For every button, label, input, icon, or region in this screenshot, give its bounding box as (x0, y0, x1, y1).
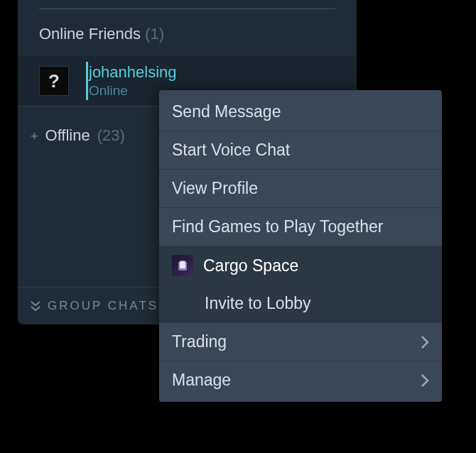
game-icon (172, 255, 193, 276)
group-chats-label: GROUP CHATS (48, 299, 158, 313)
game-name: Cargo Space (203, 256, 298, 275)
avatar-placeholder: ? (48, 70, 60, 92)
menu-send-message[interactable]: Send Message (159, 93, 442, 131)
menu-find-games[interactable]: Find Games to Play Together (159, 208, 442, 246)
menu-trading[interactable]: Trading (159, 323, 442, 361)
menu-label: Find Games to Play Together (172, 217, 383, 236)
avatar[interactable]: ? (39, 66, 69, 96)
menu-invite-to-lobby[interactable]: Invite to Lobby (159, 285, 442, 323)
menu-start-voice-chat[interactable]: Start Voice Chat (159, 131, 442, 170)
menu-label: Invite to Lobby (205, 294, 311, 313)
menu-label: Trading (172, 332, 227, 351)
menu-view-profile[interactable]: View Profile (159, 170, 442, 208)
menu-label: Manage (172, 371, 231, 390)
menu-label: Send Message (172, 102, 281, 121)
offline-count: (23) (97, 126, 125, 145)
online-friends-label: Online Friends (39, 25, 141, 43)
friend-name: johanhelsing (89, 63, 177, 82)
menu-label: Start Voice Chat (172, 141, 290, 160)
chevron-right-icon (421, 373, 429, 388)
chevron-right-icon (421, 335, 429, 349)
double-chevron-down-icon (31, 301, 40, 311)
offline-label: Offline (45, 126, 90, 145)
online-friends-count: (1) (145, 25, 164, 43)
menu-game-header[interactable]: Cargo Space (159, 246, 442, 285)
online-friends-header[interactable]: Online Friends (1) (18, 9, 357, 56)
menu-manage[interactable]: Manage (159, 361, 442, 399)
menu-label: View Profile (172, 179, 258, 198)
friend-context-menu: Send Message Start Voice Chat View Profi… (159, 90, 442, 402)
expand-icon: + (31, 129, 38, 144)
